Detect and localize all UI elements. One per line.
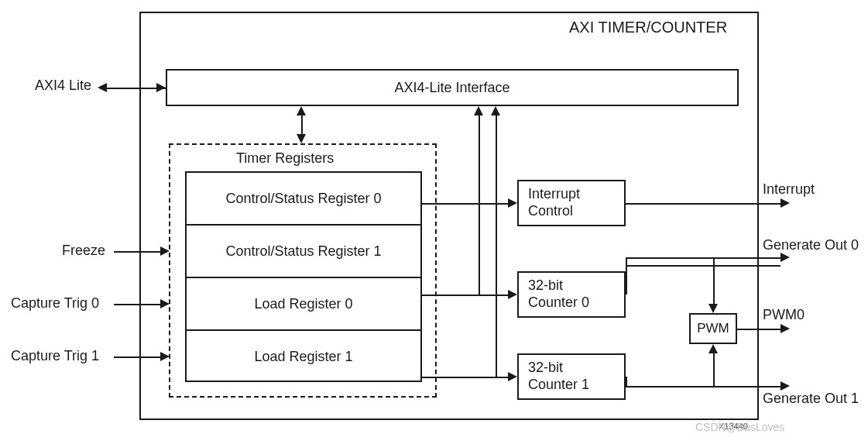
genout0-head: [781, 253, 790, 262]
intc-out-line: [626, 203, 781, 205]
feedback-v1-head: [474, 106, 483, 115]
genout0-to-pwm-v: [713, 257, 715, 304]
counter0-box: 32-bit Counter 0: [517, 271, 626, 318]
freeze-arrow-line: [114, 251, 160, 253]
axi4-lite-arrow-right: [156, 83, 166, 92]
pwm-label: PWM: [691, 315, 736, 343]
module-title: AXI TIMER/COUNTER: [569, 19, 727, 36]
reg-div-3: [185, 329, 422, 331]
interface-to-registers-up: [297, 106, 306, 115]
lr1-to-c1-h1: [422, 377, 508, 378]
c0-genout0-line: [626, 265, 781, 267]
c0-out-riser: [626, 257, 627, 294]
axi4-lite-arrow-left: [98, 83, 107, 92]
cap0-arrow-line: [114, 304, 160, 305]
reg-to-intc-head: [508, 198, 517, 208]
interface-to-registers-line: [301, 115, 303, 134]
cap1-label: Capture Trig 1: [11, 348, 99, 364]
c1-out-drop: [626, 377, 627, 388]
watermark: CSDN@BusLoves: [695, 421, 784, 433]
feedback-v2: [496, 115, 497, 377]
genout0-label: Generate Out 0: [763, 237, 859, 253]
counter1-box: 32-bit Counter 1: [517, 353, 626, 400]
pwm-out-line: [737, 329, 781, 330]
interrupt-control-box: Interrupt Control: [517, 180, 626, 226]
cap0-label: Capture Trig 0: [11, 295, 99, 312]
lr1-to-c1-head: [508, 372, 517, 381]
timer-registers-title: Timer Registers: [236, 150, 334, 167]
axi4-lite-external-label: AXI4 Lite: [35, 78, 91, 94]
pwm-box: PWM: [689, 313, 737, 344]
genout1-to-pwm-head: [708, 344, 718, 353]
genout1-head: [781, 381, 790, 391]
pwm-out-head: [781, 324, 790, 333]
genout1-line: [626, 386, 781, 388]
counter0-label: 32-bit Counter 0: [528, 273, 615, 316]
diagram-canvas: AXI TIMER/COUNTER AXI4-Lite Interface AX…: [0, 0, 868, 434]
interrupt-control-label: Interrupt Control: [528, 181, 615, 225]
genout0-line: [626, 257, 781, 259]
reg-div-2: [185, 277, 422, 278]
freeze-arrow-head: [160, 246, 170, 256]
cap0-arrow-head: [160, 299, 170, 308]
feedback-v2-head: [491, 106, 500, 115]
freeze-label: Freeze: [62, 243, 105, 259]
pwm0-label: PWM0: [763, 307, 805, 323]
interrupt-out-label: Interrupt: [763, 181, 815, 198]
cap1-arrow-line: [114, 356, 160, 358]
intc-out-head: [781, 198, 790, 208]
axi4-lite-interface-label: AXI4-Lite Interface: [167, 71, 737, 105]
lr0-to-c0-head: [508, 290, 517, 299]
feedback-v1: [479, 115, 480, 294]
counter1-label: 32-bit Counter 1: [528, 355, 615, 398]
cap1-arrow-head: [160, 352, 170, 361]
genout0-to-pwm-head: [708, 304, 718, 313]
genout1-to-pwm-v: [713, 353, 715, 386]
interface-to-registers-down: [297, 134, 306, 143]
reg-div-1: [185, 224, 422, 226]
genout1-label: Generate Out 1: [763, 391, 859, 407]
axi4-lite-interface-box: AXI4-Lite Interface: [166, 69, 739, 106]
